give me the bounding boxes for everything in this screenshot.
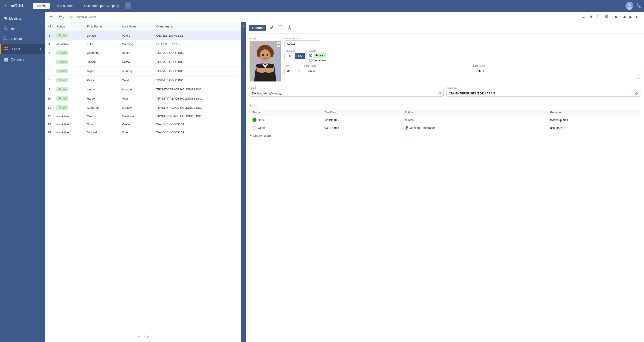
meeting-icon: 👤 [405,126,408,130]
sidebar-item-calendar[interactable]: Calendar [0,34,45,44]
sidebar-item-find[interactable]: Find [0,24,45,34]
sidebar-item-company[interactable]: 🏢 Company [0,54,45,64]
table-row[interactable]: 10ActiveHarperMilesTRYNITY PEACE HOLDING… [45,94,241,103]
row-first: Michael [84,128,119,136]
todo-row-open: Open 03/04/2016 👤 Meeting Preparation [250,124,640,132]
avatar[interactable] [626,2,634,10]
sidebar-label-find: Find [10,27,16,31]
col-company[interactable]: Company ▲ [154,22,241,31]
row-status: Active [54,85,84,94]
add-button[interactable] [603,14,610,20]
customer-no-label: Customer No [284,37,640,40]
email-group: Email ✉ [250,87,444,97]
table-row[interactable]: 12not activeGrantMacdonaldTRYNITY PEACE … [45,112,241,120]
create-record-button[interactable]: + Create record [250,132,271,139]
table-row[interactable]: 4not activeLukeManningCBA ENTERPRISES [45,40,241,48]
search-input[interactable] [75,15,137,18]
divider [612,15,612,19]
image-menu-icon[interactable]: ≡ [277,42,280,47]
action-label-open: Meeting Preparation [410,126,436,130]
status-badge: Active [56,87,68,92]
first-record-button[interactable]: ⏮ [614,14,620,20]
last-record-button[interactable]: ⏭ [634,14,641,20]
attachment-icon-button[interactable] [268,24,275,31]
company-form-label: Company [446,87,640,89]
lang-de-button[interactable]: DE [285,53,295,59]
table-row[interactable]: 9ActiveLindyAbspoelTRYNITY PEACE HOLDING… [45,85,241,94]
table-scroll[interactable]: Status First Name Last Name Company ▲ 3A… [45,22,241,331]
table-row[interactable]: 8ActiveParkerGoodTORVUS GOLD INC. [45,76,241,85]
panel-collapse-handle[interactable]: › [242,22,246,342]
back-button[interactable]: ‹ [3,2,8,9]
todo-col-due-date[interactable]: Due Date ▲ [322,109,402,116]
table-row[interactable]: 11ActiveKameronBradleyTRYNITY PEACE HOLD… [45,103,241,112]
filter-button[interactable] [48,14,55,20]
col-refresh[interactable] [45,22,54,31]
info-icon-button[interactable] [286,24,293,31]
col-last-name[interactable]: Last Name [119,22,154,31]
sidebar-label-company: Company [11,58,24,61]
settings-dropdown-button[interactable]: ⚙ ▾ [57,13,66,20]
clients-detail-tab[interactable]: Clients [249,25,266,31]
password-placeholder: *** [636,77,640,80]
last-name-input[interactable] [473,68,640,74]
comment-icon-button[interactable] [277,24,284,31]
status-options: Active not active [309,53,326,62]
row-first: Kameron [84,103,119,112]
status-active-label: Active [314,53,326,58]
radio-dot [310,55,311,56]
company-input[interactable] [446,90,633,96]
add-row-button[interactable]: + [136,333,142,340]
next-record-button[interactable]: ▶ [628,14,634,20]
svg-line-14 [72,17,73,18]
table-row[interactable]: 13not activeNicoVanceWALDECK CORP CA [45,120,241,128]
table-row[interactable]: 7ActiveAspenAnthonyTORVUS GOLD INC. [45,66,241,76]
print-button[interactable]: 🖨 [580,14,587,20]
col-status[interactable]: Status [54,22,84,31]
title-select[interactable]: Ms Mr Dr Prof [284,68,302,74]
add-tab-button[interactable]: + [125,2,131,9]
customer-no-input[interactable] [284,40,320,47]
todo-col-status[interactable]: Status [250,109,322,116]
row-last: Macdonald [119,112,154,120]
table-row[interactable]: 6ActiveJulissaGarzaTORVUS GOLD INC. [45,57,241,66]
first-name-input[interactable] [304,68,471,74]
row-last: Roach [119,128,154,136]
table-row[interactable]: 14not activeMichaelRoachWALDECK CORP CA [45,128,241,136]
lang-status-row: Language DE EN Status [284,50,640,62]
table-row[interactable]: 3ActiveDenisePetersCBA ENTERPRISES [45,31,241,40]
row-first: Lindy [84,85,119,94]
sidebar-label-meetings: Meetings [9,17,22,20]
row-status: Active [54,48,84,57]
lang-en-button[interactable]: EN [295,53,305,59]
row-company: CBA ENTERPRISES [154,31,241,40]
gear-icon: ⚙ [59,15,62,19]
check-circle-icon: ✓ [252,118,256,122]
row-last: Hirsch [119,48,154,57]
copy-button[interactable] [596,14,602,20]
app-name: aoGUU [10,3,28,8]
status-option-not-active[interactable]: not active [309,58,326,62]
sidebar-item-clients[interactable]: Clients ▾ [0,44,45,54]
tab-active[interactable]: active [33,3,50,9]
email-input[interactable] [250,90,437,96]
tab-all-customers[interactable]: All customers [52,3,78,9]
delete-button[interactable]: 🗑 [588,14,594,20]
todo-col-action[interactable]: Action [402,109,548,116]
email-send-icon[interactable]: ✉ [437,90,444,96]
company-link-icon[interactable]: 🔗 [633,90,640,96]
col-first-name[interactable]: First Name [84,22,119,31]
sidebar-item-meetings[interactable]: ⊞ Meetings [0,13,45,24]
table-row[interactable]: 5ActiveChanningHirschTORVUS GOLD INC. [45,48,241,57]
row-first: Aspen [84,66,119,76]
settings-icon[interactable]: 🔧 [636,3,641,8]
status-option-active[interactable]: Active [309,53,326,58]
search-icon [70,15,73,18]
todo-col-remarks[interactable]: Remarks [548,109,640,116]
row-number: 10 [45,94,54,103]
prev-record-button[interactable]: ◀ [621,14,627,20]
row-company: TORVUS GOLD INC. [154,48,241,57]
tab-customers-per-company[interactable]: Customers per Company [80,3,123,9]
content-area: ⚙ ▾ 🖨 🗑 [45,12,644,342]
row-number: 8 [45,76,54,85]
